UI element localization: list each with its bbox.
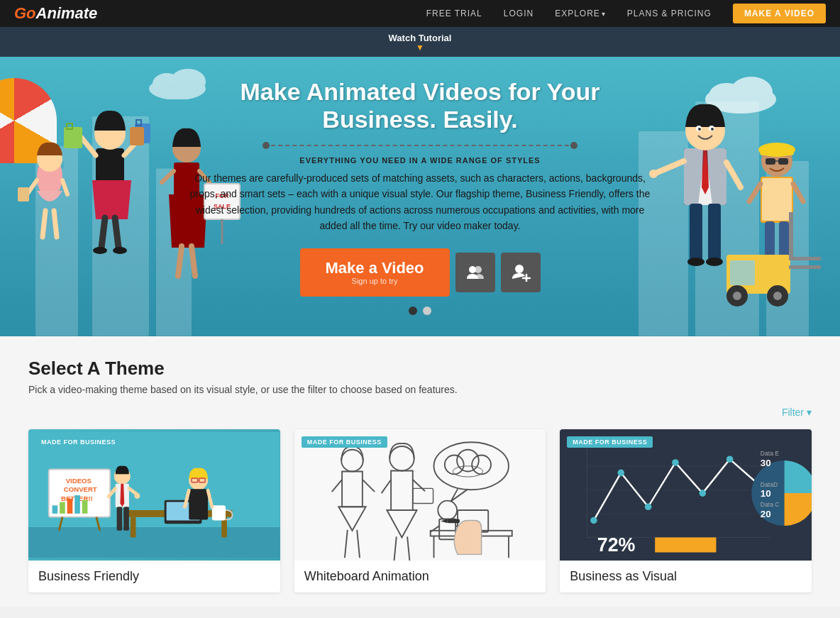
svg-line-33 bbox=[101, 218, 105, 248]
logo-go: Go bbox=[14, 4, 36, 23]
svg-rect-57 bbox=[690, 204, 702, 260]
navbar: GoAnimate FREE TRIAL LOGIN EXPLORE▾ PLAN… bbox=[0, 0, 840, 27]
nav-plans[interactable]: PLANS & PRICING bbox=[627, 9, 712, 18]
svg-rect-102 bbox=[82, 500, 88, 514]
svg-rect-92 bbox=[131, 517, 136, 537]
svg-line-22 bbox=[43, 211, 45, 237]
filter-arrow-icon: ▾ bbox=[807, 407, 812, 418]
svg-rect-90 bbox=[28, 527, 280, 558]
hero-description: Our themes are carefully-produced sets o… bbox=[186, 170, 654, 234]
hero-section: FOR SALE bbox=[0, 57, 840, 336]
nav-explore[interactable]: EXPLORE▾ bbox=[555, 9, 606, 18]
svg-text:Data C: Data C bbox=[761, 501, 780, 508]
theme-section-title: Select A Theme bbox=[28, 358, 812, 380]
divider-line bbox=[271, 145, 569, 146]
logo[interactable]: GoAnimate bbox=[14, 4, 97, 23]
svg-point-86 bbox=[515, 265, 524, 273]
svg-text:Data E: Data E bbox=[761, 450, 780, 457]
svg-rect-28 bbox=[64, 127, 82, 148]
svg-rect-114 bbox=[117, 507, 123, 531]
nav-login[interactable]: LOGIN bbox=[504, 9, 534, 18]
svg-text:VIDEOS: VIDEOS bbox=[66, 477, 92, 485]
svg-line-69 bbox=[749, 184, 761, 202]
logo-animate: Animate bbox=[36, 4, 98, 23]
svg-point-85 bbox=[475, 266, 482, 273]
svg-text:72%: 72% bbox=[597, 534, 636, 555]
svg-point-159 bbox=[618, 469, 625, 476]
card-1-badge: MADE FOR BUSINESS bbox=[35, 436, 121, 448]
svg-rect-120 bbox=[189, 489, 208, 519]
svg-rect-83 bbox=[789, 265, 821, 269]
hero-content: Make Animated Videos for Your Business. … bbox=[172, 57, 668, 336]
filter-label: Filter bbox=[782, 407, 804, 418]
card-2-label: Whiteboard Animation bbox=[294, 561, 546, 592]
characters-right bbox=[641, 70, 840, 336]
svg-rect-58 bbox=[708, 204, 721, 260]
svg-point-158 bbox=[590, 517, 597, 524]
add-user-icon bbox=[511, 263, 531, 282]
svg-rect-32 bbox=[130, 127, 144, 145]
svg-marker-110 bbox=[120, 484, 124, 507]
tutorial-bar[interactable]: Watch Tutorial ▼ bbox=[0, 27, 840, 57]
svg-point-53 bbox=[711, 128, 714, 131]
theme-card-whiteboard[interactable]: MADE FOR BUSINESS bbox=[294, 429, 546, 592]
svg-text:30: 30 bbox=[761, 458, 771, 468]
card-3-illustration: 72% Data E 30 DataD 10 Data C 20 bbox=[560, 429, 812, 561]
svg-rect-99 bbox=[60, 502, 65, 513]
make-video-sublabel: Sign up to try bbox=[352, 277, 398, 285]
card-1-label: Business Friendly bbox=[28, 561, 280, 592]
svg-rect-65 bbox=[760, 147, 794, 155]
svg-line-55 bbox=[726, 162, 741, 187]
svg-rect-67 bbox=[778, 158, 788, 165]
svg-rect-150 bbox=[447, 519, 459, 523]
carousel-dot-2[interactable] bbox=[423, 307, 431, 315]
svg-point-160 bbox=[645, 503, 652, 510]
card-2-bg bbox=[294, 429, 546, 561]
theme-section-desc: Pick a video-making theme based on its v… bbox=[28, 384, 812, 395]
divider-dot-left bbox=[262, 142, 270, 149]
right-characters-svg bbox=[641, 70, 840, 336]
svg-point-80 bbox=[773, 292, 782, 300]
card-3-bg: 72% Data E 30 DataD 10 Data C 20 bbox=[560, 429, 812, 561]
svg-point-60 bbox=[706, 258, 723, 266]
svg-text:20: 20 bbox=[761, 508, 771, 519]
svg-rect-82 bbox=[789, 257, 821, 260]
group-icon-button[interactable] bbox=[455, 253, 495, 292]
theme-card-visual[interactable]: MADE FOR BUSINESS bbox=[560, 429, 812, 592]
nav-make-video-cta[interactable]: MAKE A VIDEO bbox=[733, 4, 826, 23]
theme-cards: MADE FOR BUSINESS bbox=[28, 429, 812, 592]
svg-point-35 bbox=[93, 247, 107, 254]
hero-title: Make Animated Videos for Your Business. … bbox=[186, 78, 654, 133]
svg-rect-62 bbox=[762, 178, 792, 221]
make-video-button[interactable]: Make a Video Sign up to try bbox=[300, 248, 450, 297]
card-2-image: MADE FOR BUSINESS bbox=[294, 429, 546, 561]
carousel-dot-1[interactable] bbox=[409, 307, 417, 315]
hero-buttons: Make a Video Sign up to try bbox=[186, 248, 654, 297]
svg-point-113 bbox=[135, 493, 140, 499]
card-3-badge: MADE FOR BUSINESS bbox=[567, 436, 653, 448]
svg-rect-66 bbox=[766, 158, 775, 165]
svg-text:10: 10 bbox=[761, 488, 771, 499]
group-users-icon bbox=[465, 265, 485, 280]
card-3-image: MADE FOR BUSINESS bbox=[560, 429, 812, 561]
svg-line-26 bbox=[82, 138, 96, 155]
tutorial-bar-text: Watch Tutorial bbox=[389, 33, 452, 43]
svg-rect-115 bbox=[123, 507, 129, 531]
theme-card-business-friendly[interactable]: MADE FOR BUSINESS bbox=[28, 429, 280, 592]
theme-section: Select A Theme Pick a video-making theme… bbox=[0, 336, 840, 607]
svg-point-59 bbox=[687, 258, 704, 266]
svg-line-70 bbox=[793, 184, 803, 202]
card-1-illustration: VIDEOS CONVERT BETTER!! bbox=[28, 429, 280, 561]
divider-dot-right bbox=[570, 142, 578, 149]
svg-line-23 bbox=[54, 211, 57, 237]
add-user-button[interactable] bbox=[501, 253, 541, 292]
hero-subtitle: EVERYTHING YOU NEED IN A WIDE RANGE OF S… bbox=[186, 156, 654, 165]
nav-free-trial[interactable]: FREE TRIAL bbox=[426, 9, 482, 18]
filter-button[interactable]: Filter ▾ bbox=[782, 407, 812, 418]
svg-rect-101 bbox=[74, 495, 80, 514]
svg-rect-173 bbox=[656, 537, 717, 552]
svg-rect-76 bbox=[730, 260, 755, 285]
svg-line-34 bbox=[115, 218, 118, 248]
make-video-label: Make a Video bbox=[326, 260, 424, 277]
tutorial-arrow-icon: ▼ bbox=[416, 43, 424, 52]
